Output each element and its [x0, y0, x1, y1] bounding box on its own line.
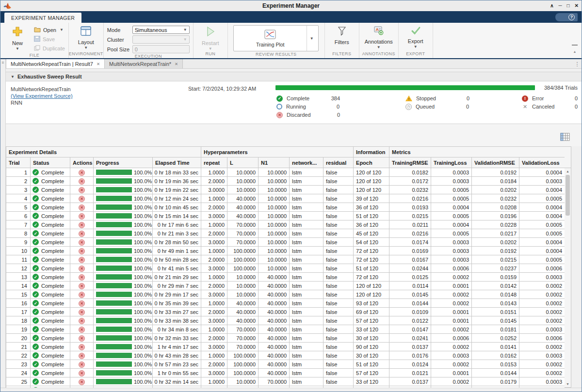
table-row[interactable]: 16 ✓Complete ✕ 100.0% 0 hr 35 min 39 sec… — [6, 299, 565, 308]
column-header[interactable]: residual — [323, 157, 354, 168]
table-row[interactable]: 12 ✓Complete ✕ 100.0% 0 hr 41 min 5 sec … — [6, 264, 565, 273]
filters-button[interactable]: Filters — [328, 25, 356, 45]
column-header[interactable]: TrainingRMSE — [389, 157, 431, 168]
discard-trial-icon[interactable]: ✕ — [79, 231, 85, 237]
column-header[interactable]: Actions — [70, 157, 94, 168]
layout-button[interactable]: Layout ▼ — [72, 25, 99, 50]
result-panel-header[interactable]: ▼ Exhaustive Sweep Result — [6, 72, 582, 81]
table-row[interactable]: 25 ✓Complete ✕ 100.0% 0 hr 32 min 14 sec… — [6, 377, 565, 386]
gallery-dropdown-button[interactable]: ▼ — [307, 26, 316, 51]
close-tab-icon[interactable]: ✕ — [97, 62, 100, 66]
discard-trial-icon[interactable]: ✕ — [79, 300, 85, 307]
discard-trial-icon[interactable]: ✕ — [79, 222, 85, 228]
discard-trial-icon[interactable]: ✕ — [79, 170, 85, 176]
discard-trial-icon[interactable]: ✕ — [79, 196, 85, 202]
vertical-scrollbar[interactable]: ▲ ▼ — [565, 146, 571, 388]
close-tab-icon[interactable]: ✕ — [175, 62, 178, 66]
discard-trial-icon[interactable]: ✕ — [79, 213, 85, 220]
table-row[interactable]: 15 ✓Complete ✕ 100.0% 0 hr 29 min 17 sec… — [6, 290, 565, 299]
column-header[interactable]: N1 — [259, 157, 290, 168]
table-row[interactable]: 14 ✓Complete ✕ 100.0% 0 hr 29 min 7 sec … — [6, 282, 565, 290]
annotations-button[interactable]: A Annotations ▼ — [363, 25, 395, 49]
discard-trial-icon[interactable]: ✕ — [79, 178, 85, 185]
epoch-cell: 33 of 120 — [354, 377, 389, 386]
discard-trial-icon[interactable]: ✕ — [79, 327, 85, 333]
tab-result7[interactable]: MultiNetworkRepeatTrain | Result7 ✕ — [6, 59, 105, 68]
discard-trial-icon[interactable]: ✕ — [79, 239, 85, 246]
table-row[interactable]: 13 ✓Complete ✕ 100.0% 0 hr 21 min 29 sec… — [6, 273, 565, 282]
discard-trial-icon[interactable]: ✕ — [79, 388, 85, 388]
discard-trial-icon[interactable]: ✕ — [79, 274, 85, 281]
close-button[interactable]: ✕ — [575, 1, 579, 11]
column-header[interactable]: Epoch — [354, 157, 389, 168]
collapse-ribbon-button[interactable]: ▲ — [571, 45, 579, 50]
table-row[interactable]: 1 ✓Complete ✕ 100.0% 0 hr 18 min 33 sec … — [6, 168, 565, 177]
table-row[interactable]: 24 ✓Complete ✕ 100.0% 1 hr 0 min 55 sec … — [6, 369, 565, 377]
table-row[interactable]: 22 ✓Complete ✕ 100.0% 0 hr 43 min 28 sec… — [6, 351, 565, 360]
column-header[interactable]: L — [227, 157, 259, 168]
column-header[interactable]: Status — [31, 157, 70, 168]
training-plot-button[interactable]: Training Plot — [234, 26, 307, 51]
scroll-up-icon[interactable]: ▲ — [565, 168, 571, 174]
discard-trial-icon[interactable]: ✕ — [79, 266, 85, 272]
minimize-button[interactable]: ─ — [558, 1, 562, 11]
column-header[interactable]: TrainingLoss — [431, 157, 472, 168]
tab-overflow-menu-icon[interactable]: ⋮ — [573, 59, 582, 68]
open-button[interactable]: Open ▼ — [34, 26, 65, 34]
table-row[interactable]: 10 ✓Complete ✕ 100.0% 0 hr 49 min 1 sec … — [6, 247, 565, 255]
column-header[interactable]: ValidationRMSE — [472, 157, 519, 168]
table-row[interactable]: 18 ✓Complete ✕ 100.0% 0 hr 33 min 38 sec… — [6, 316, 565, 325]
column-header[interactable]: ValidationLoss — [519, 157, 565, 168]
table-row[interactable]: 21 ✓Complete ✕ 100.0% 1 hr 4 min 17 sec … — [6, 343, 565, 351]
discard-trial-icon[interactable]: ✕ — [79, 292, 85, 298]
discard-trial-icon[interactable]: ✕ — [79, 283, 85, 289]
discard-trial-icon[interactable]: ✕ — [79, 318, 85, 324]
table-row[interactable]: 6 ✓Complete ✕ 100.0% 0 hr 15 min 14 sec … — [6, 212, 565, 220]
column-header[interactable]: Elapsed Time — [153, 157, 201, 168]
maximize-button[interactable]: □ — [567, 1, 570, 11]
discard-trial-icon[interactable]: ✕ — [79, 257, 85, 263]
scrollbar-thumb[interactable] — [566, 175, 570, 216]
tab-experiment[interactable]: MultiNetworkRepeatTrain* ✕ — [105, 59, 183, 68]
discard-trial-icon[interactable]: ✕ — [79, 248, 85, 254]
new-button[interactable]: New ▼ — [4, 25, 31, 51]
discard-trial-icon[interactable]: ✕ — [79, 379, 85, 385]
trial-progress-bar — [96, 204, 132, 210]
export-button[interactable]: Export ▼ — [402, 25, 429, 49]
column-settings-button[interactable] — [560, 133, 570, 143]
discard-trial-icon[interactable]: ✕ — [79, 335, 85, 342]
table-row[interactable]: 19 ✓Complete ✕ 100.0% 0 hr 34 min 8 sec … — [6, 325, 565, 334]
discard-trial-icon[interactable]: ✕ — [79, 344, 85, 350]
help-button[interactable]: ? — [555, 13, 578, 21]
table-row[interactable]: 23 ✓Complete ✕ 100.0% 0 hr 57 min 23 sec… — [6, 360, 565, 369]
table-row[interactable]: 9 ✓Complete ✕ 100.0% 0 hr 28 min 50 sec … — [6, 238, 565, 247]
table-row[interactable]: 20 ✓Complete ✕ 100.0% 0 hr 32 min 33 sec… — [6, 334, 565, 343]
discard-trial-icon[interactable]: ✕ — [79, 370, 85, 376]
elapsed-time-cell: 0 hr 15 min 14 sec — [153, 212, 201, 220]
column-header[interactable]: repeat — [201, 157, 227, 168]
column-header[interactable]: Progress — [94, 157, 153, 168]
shade-button[interactable]: ∧ — [550, 1, 553, 11]
table-row[interactable]: 7 ✓Complete ✕ 100.0% 0 hr 17 min 6 sec 1… — [6, 220, 565, 229]
tab-experiment-manager[interactable]: EXPERIMENT MANAGER — [4, 13, 81, 23]
column-header[interactable]: Trial — [6, 157, 31, 168]
table-row[interactable]: 11 ✓Complete ✕ 100.0% 0 hr 50 min 28 sec… — [6, 255, 565, 264]
discard-trial-icon[interactable]: ✕ — [79, 187, 85, 193]
table-row[interactable]: 26 ✓Complete ✕ 100.0% 0 hr 36 min 23 sec… — [6, 386, 565, 388]
table-row[interactable]: 2 ✓Complete ✕ 100.0% 0 hr 19 min 36 sec … — [6, 177, 565, 186]
table-row[interactable]: 4 ✓Complete ✕ 100.0% 0 hr 12 min 24 sec … — [6, 194, 565, 203]
discard-trial-icon[interactable]: ✕ — [79, 309, 85, 315]
view-experiment-source-link[interactable]: (View Experiment Source) — [11, 93, 73, 99]
discard-trial-icon[interactable]: ✕ — [79, 361, 85, 368]
scroll-down-icon[interactable]: ▼ — [565, 381, 571, 387]
discard-trial-icon[interactable]: ✕ — [79, 204, 85, 211]
table-row[interactable]: 5 ✓Complete ✕ 100.0% 0 hr 10 min 45 sec … — [6, 203, 565, 212]
discard-trial-icon[interactable]: ✕ — [79, 353, 85, 359]
table-row[interactable]: 3 ✓Complete ✕ 100.0% 0 hr 19 min 22 sec … — [6, 186, 565, 194]
column-header[interactable]: network... — [290, 157, 323, 168]
mode-select[interactable]: Simultaneous ▼ — [132, 26, 190, 34]
table-row[interactable]: 17 ✓Complete ✕ 100.0% 0 hr 33 min 27 sec… — [6, 308, 565, 316]
horizontal-scrollbar-strip[interactable] — [0, 388, 582, 392]
table-row[interactable]: 8 ✓Complete ✕ 100.0% 0 hr 21 min 3 sec 2… — [6, 229, 565, 238]
experiment-browser-collapsed-strip[interactable]: ≡ — [0, 59, 6, 388]
